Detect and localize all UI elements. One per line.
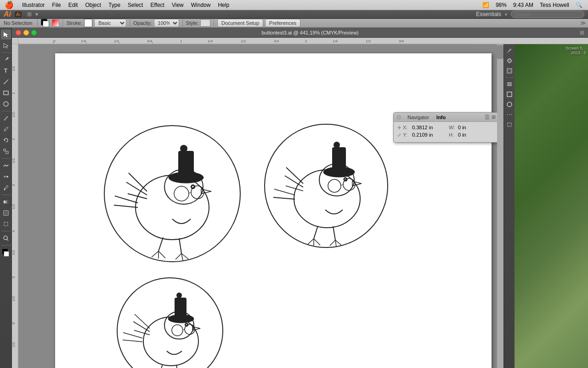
menu-edit[interactable]: Edit (65, 2, 82, 8)
svg-text:1/2: 1/2 (12, 250, 16, 255)
tools-divider-4 (1, 195, 11, 195)
right-tool-8[interactable] (505, 120, 514, 129)
svg-line-60 (158, 251, 165, 258)
svg-rect-109 (507, 69, 512, 73)
maximize-button[interactable] (31, 30, 37, 35)
color-picker[interactable] (52, 19, 59, 27)
menu-window[interactable]: Window (187, 2, 215, 8)
svg-point-92 (176, 293, 182, 298)
svg-point-6 (4, 176, 6, 178)
menu-file[interactable]: File (48, 2, 64, 8)
window-controls (12, 30, 40, 35)
close-button[interactable] (16, 30, 21, 35)
ai-main: T (0, 28, 588, 368)
menu-select[interactable]: Select (124, 2, 147, 8)
bird2-svg (262, 121, 390, 250)
tool-gradient[interactable] (1, 197, 11, 207)
divider-2 (62, 19, 63, 27)
clock: 9:43 AM (511, 2, 535, 8)
svg-rect-91 (175, 298, 187, 320)
bird3-svg (115, 276, 225, 368)
svg-point-65 (174, 186, 189, 201)
panel-expand-icon[interactable]: ⊞ (492, 114, 496, 120)
svg-line-0 (4, 80, 8, 84)
svg-text:1/2: 1/2 (12, 112, 16, 117)
tool-ellipse[interactable] (1, 99, 11, 109)
svg-rect-114 (507, 92, 512, 97)
svg-rect-72 (332, 147, 346, 173)
tool-eyedropper[interactable] (1, 183, 11, 193)
tool-rect[interactable] (1, 88, 11, 98)
tool-warp[interactable] (1, 161, 11, 171)
stroke-color[interactable] (84, 19, 92, 27)
menu-effect[interactable]: Effect (147, 2, 168, 8)
tool-selection[interactable] (1, 29, 11, 40)
right-tool-4[interactable] (505, 80, 514, 89)
menu-illustrator[interactable]: Illustrator (18, 2, 48, 8)
opacity-select[interactable]: 100% (154, 19, 179, 27)
search-input[interactable] (511, 11, 584, 18)
right-tool-6[interactable] (505, 100, 514, 109)
svg-rect-10 (4, 201, 8, 203)
svg-line-57 (158, 237, 163, 251)
doc-setup-button[interactable]: Document Setup (217, 19, 263, 27)
tool-rotate[interactable] (1, 135, 11, 145)
svg-text:1/4: 1/4 (81, 39, 86, 43)
right-tool-1[interactable] (505, 46, 514, 55)
apple-menu[interactable]: 🍎 (0, 0, 18, 9)
essentials-label[interactable]: Essentials (476, 11, 501, 17)
menu-view[interactable]: View (168, 2, 187, 8)
tool-pen[interactable] (1, 55, 11, 65)
tool-blend[interactable] (1, 172, 11, 182)
svg-line-86 (341, 184, 343, 185)
right-tool-5[interactable] (505, 90, 514, 99)
tools-panel: T (0, 28, 12, 368)
svg-point-73 (334, 142, 340, 148)
right-tool-3[interactable] (505, 66, 514, 75)
w-label: W: (449, 125, 458, 130)
right-tool-7[interactable]: ⋯ (505, 110, 514, 119)
right-tool-2[interactable] (505, 56, 514, 65)
svg-text:1/4: 1/4 (333, 39, 338, 43)
tool-type[interactable]: T (1, 66, 11, 76)
panel-close-button[interactable] (396, 115, 401, 120)
svg-text:1/2: 1/2 (114, 39, 119, 43)
svg-point-115 (507, 102, 512, 107)
tool-direct-selection[interactable] (1, 40, 11, 51)
doc-title: buttontest3.ai @ 441.19% (CMYK/Preview) (40, 30, 580, 35)
tool-line[interactable] (1, 77, 11, 87)
tool-brush[interactable] (1, 113, 11, 123)
style-preview[interactable] (200, 19, 210, 27)
menu-object[interactable]: Object (81, 2, 105, 8)
tool-zoom[interactable] (1, 233, 11, 243)
essentials-arrow[interactable]: ▾ (505, 12, 507, 17)
menu-type[interactable]: Type (105, 2, 124, 8)
tool-pencil[interactable] (1, 124, 11, 134)
svg-line-80 (333, 226, 335, 240)
x-value: 0.3812 in (412, 125, 449, 130)
navigator-tab[interactable]: Navigator (404, 114, 433, 121)
canvas[interactable]: Navigator Info ☰ ⊞ ✛ X: 0.3812 in W: (18, 44, 503, 368)
wifi-icon: 📶 (481, 2, 491, 8)
vertical-scrollbar[interactable] (497, 44, 503, 368)
grid-toggle-icon[interactable]: ▾ (35, 11, 38, 17)
tools-divider-2 (1, 111, 11, 111)
menu-help[interactable]: Help (214, 2, 233, 8)
doc-options-icon[interactable]: ⊞ (580, 29, 588, 36)
tool-artboard[interactable] (1, 219, 11, 229)
preferences-button[interactable]: Preferences (265, 19, 300, 27)
color-swatch[interactable] (1, 248, 11, 259)
stroke-style-select[interactable]: Basic (94, 19, 126, 27)
svg-text:3/4: 3/4 (399, 39, 404, 43)
fill-box[interactable] (41, 19, 49, 27)
tool-mesh[interactable] (1, 208, 11, 218)
search-icon[interactable]: 🔍 (574, 2, 584, 8)
svg-line-61 (179, 238, 181, 253)
minimize-button[interactable] (23, 30, 29, 35)
tool-scale[interactable] (1, 146, 11, 156)
panel-options-icon[interactable]: ☰ (485, 114, 490, 121)
ruler-horizontal: 0 1/4 1/2 3/4 1 1/4 1/2 3/4 2 1/4 1/2 3/… (12, 38, 588, 44)
svg-text:1/2: 1/2 (12, 342, 16, 347)
toolbar-options-icon[interactable]: ≫ (580, 20, 586, 26)
info-tab[interactable]: Info (433, 114, 449, 121)
